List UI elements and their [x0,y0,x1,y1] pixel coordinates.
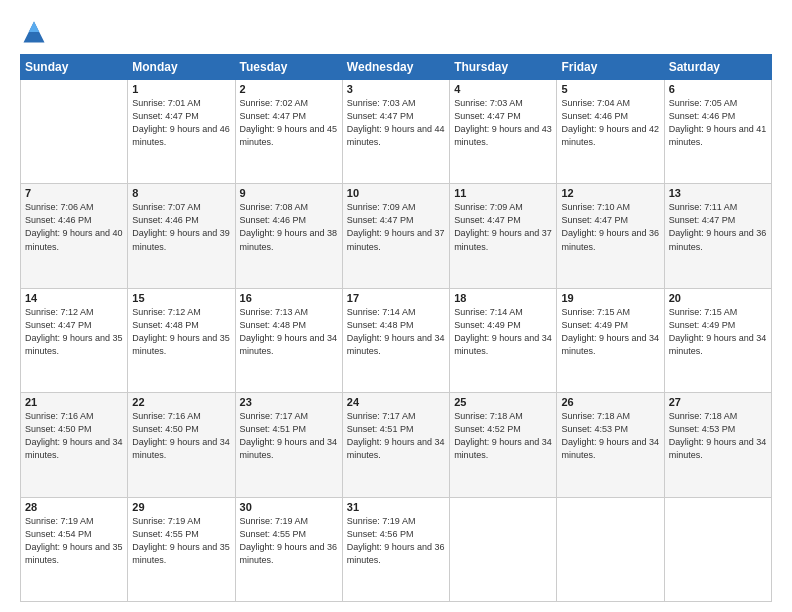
sunset: Sunset: 4:47 PM [347,215,414,225]
day-info: Sunrise: 7:12 AM Sunset: 4:48 PM Dayligh… [132,306,230,358]
day-info: Sunrise: 7:18 AM Sunset: 4:52 PM Dayligh… [454,410,552,462]
daylight: Daylight: 9 hours and 35 minutes. [132,333,230,356]
calendar-cell: 9 Sunrise: 7:08 AM Sunset: 4:46 PM Dayli… [235,184,342,288]
sunrise: Sunrise: 7:14 AM [347,307,416,317]
sunset: Sunset: 4:49 PM [669,320,736,330]
daylight: Daylight: 9 hours and 43 minutes. [454,124,552,147]
sunset: Sunset: 4:55 PM [132,529,199,539]
logo-icon [20,18,48,46]
calendar-cell: 12 Sunrise: 7:10 AM Sunset: 4:47 PM Dayl… [557,184,664,288]
sunrise: Sunrise: 7:15 AM [561,307,630,317]
sunrise: Sunrise: 7:19 AM [240,516,309,526]
sunrise: Sunrise: 7:17 AM [347,411,416,421]
calendar-cell: 28 Sunrise: 7:19 AM Sunset: 4:54 PM Dayl… [21,497,128,601]
calendar-cell: 25 Sunrise: 7:18 AM Sunset: 4:52 PM Dayl… [450,393,557,497]
sunrise: Sunrise: 7:19 AM [347,516,416,526]
day-info: Sunrise: 7:19 AM Sunset: 4:55 PM Dayligh… [132,515,230,567]
sunrise: Sunrise: 7:10 AM [561,202,630,212]
sunset: Sunset: 4:46 PM [132,215,199,225]
day-info: Sunrise: 7:08 AM Sunset: 4:46 PM Dayligh… [240,201,338,253]
sunset: Sunset: 4:47 PM [25,320,92,330]
day-number: 20 [669,292,767,304]
daylight: Daylight: 9 hours and 35 minutes. [25,333,123,356]
day-number: 24 [347,396,445,408]
daylight: Daylight: 9 hours and 35 minutes. [25,542,123,565]
day-number: 28 [25,501,123,513]
calendar-cell: 6 Sunrise: 7:05 AM Sunset: 4:46 PM Dayli… [664,80,771,184]
daylight: Daylight: 9 hours and 34 minutes. [561,333,659,356]
daylight: Daylight: 9 hours and 34 minutes. [669,437,767,460]
day-info: Sunrise: 7:03 AM Sunset: 4:47 PM Dayligh… [347,97,445,149]
day-number: 22 [132,396,230,408]
calendar-cell: 24 Sunrise: 7:17 AM Sunset: 4:51 PM Dayl… [342,393,449,497]
sunrise: Sunrise: 7:01 AM [132,98,201,108]
day-number: 3 [347,83,445,95]
sunrise: Sunrise: 7:08 AM [240,202,309,212]
day-number: 21 [25,396,123,408]
day-info: Sunrise: 7:14 AM Sunset: 4:49 PM Dayligh… [454,306,552,358]
day-info: Sunrise: 7:11 AM Sunset: 4:47 PM Dayligh… [669,201,767,253]
sunset: Sunset: 4:50 PM [25,424,92,434]
daylight: Daylight: 9 hours and 34 minutes. [25,437,123,460]
day-info: Sunrise: 7:16 AM Sunset: 4:50 PM Dayligh… [25,410,123,462]
weekday-header-sunday: Sunday [21,55,128,80]
day-number: 31 [347,501,445,513]
daylight: Daylight: 9 hours and 36 minutes. [240,542,338,565]
day-info: Sunrise: 7:04 AM Sunset: 4:46 PM Dayligh… [561,97,659,149]
week-row-0: 1 Sunrise: 7:01 AM Sunset: 4:47 PM Dayli… [21,80,772,184]
svg-marker-1 [29,22,40,33]
calendar-cell: 21 Sunrise: 7:16 AM Sunset: 4:50 PM Dayl… [21,393,128,497]
sunrise: Sunrise: 7:18 AM [669,411,738,421]
day-number: 13 [669,187,767,199]
day-number: 29 [132,501,230,513]
weekday-header-thursday: Thursday [450,55,557,80]
day-info: Sunrise: 7:18 AM Sunset: 4:53 PM Dayligh… [561,410,659,462]
day-number: 23 [240,396,338,408]
day-info: Sunrise: 7:19 AM Sunset: 4:55 PM Dayligh… [240,515,338,567]
sunset: Sunset: 4:54 PM [25,529,92,539]
calendar-table: SundayMondayTuesdayWednesdayThursdayFrid… [20,54,772,602]
daylight: Daylight: 9 hours and 35 minutes. [132,542,230,565]
daylight: Daylight: 9 hours and 36 minutes. [561,228,659,251]
sunset: Sunset: 4:48 PM [132,320,199,330]
sunrise: Sunrise: 7:16 AM [132,411,201,421]
calendar-cell: 3 Sunrise: 7:03 AM Sunset: 4:47 PM Dayli… [342,80,449,184]
calendar-cell: 16 Sunrise: 7:13 AM Sunset: 4:48 PM Dayl… [235,288,342,392]
calendar-cell: 4 Sunrise: 7:03 AM Sunset: 4:47 PM Dayli… [450,80,557,184]
sunrise: Sunrise: 7:03 AM [454,98,523,108]
sunrise: Sunrise: 7:18 AM [454,411,523,421]
daylight: Daylight: 9 hours and 44 minutes. [347,124,445,147]
calendar-cell: 13 Sunrise: 7:11 AM Sunset: 4:47 PM Dayl… [664,184,771,288]
daylight: Daylight: 9 hours and 34 minutes. [240,333,338,356]
sunrise: Sunrise: 7:13 AM [240,307,309,317]
daylight: Daylight: 9 hours and 34 minutes. [132,437,230,460]
daylight: Daylight: 9 hours and 39 minutes. [132,228,230,251]
sunset: Sunset: 4:53 PM [561,424,628,434]
daylight: Daylight: 9 hours and 34 minutes. [454,333,552,356]
calendar-cell: 17 Sunrise: 7:14 AM Sunset: 4:48 PM Dayl… [342,288,449,392]
sunset: Sunset: 4:53 PM [669,424,736,434]
sunset: Sunset: 4:51 PM [347,424,414,434]
sunset: Sunset: 4:49 PM [561,320,628,330]
day-info: Sunrise: 7:10 AM Sunset: 4:47 PM Dayligh… [561,201,659,253]
day-info: Sunrise: 7:15 AM Sunset: 4:49 PM Dayligh… [669,306,767,358]
sunset: Sunset: 4:56 PM [347,529,414,539]
sunset: Sunset: 4:51 PM [240,424,307,434]
sunset: Sunset: 4:52 PM [454,424,521,434]
sunset: Sunset: 4:50 PM [132,424,199,434]
day-info: Sunrise: 7:17 AM Sunset: 4:51 PM Dayligh… [240,410,338,462]
day-info: Sunrise: 7:12 AM Sunset: 4:47 PM Dayligh… [25,306,123,358]
daylight: Daylight: 9 hours and 36 minutes. [669,228,767,251]
week-row-4: 28 Sunrise: 7:19 AM Sunset: 4:54 PM Dayl… [21,497,772,601]
day-number: 11 [454,187,552,199]
daylight: Daylight: 9 hours and 34 minutes. [669,333,767,356]
weekday-header-tuesday: Tuesday [235,55,342,80]
calendar-cell: 29 Sunrise: 7:19 AM Sunset: 4:55 PM Dayl… [128,497,235,601]
day-info: Sunrise: 7:19 AM Sunset: 4:56 PM Dayligh… [347,515,445,567]
daylight: Daylight: 9 hours and 37 minutes. [454,228,552,251]
day-number: 6 [669,83,767,95]
header [20,18,772,46]
sunset: Sunset: 4:47 PM [347,111,414,121]
day-info: Sunrise: 7:02 AM Sunset: 4:47 PM Dayligh… [240,97,338,149]
sunset: Sunset: 4:47 PM [240,111,307,121]
